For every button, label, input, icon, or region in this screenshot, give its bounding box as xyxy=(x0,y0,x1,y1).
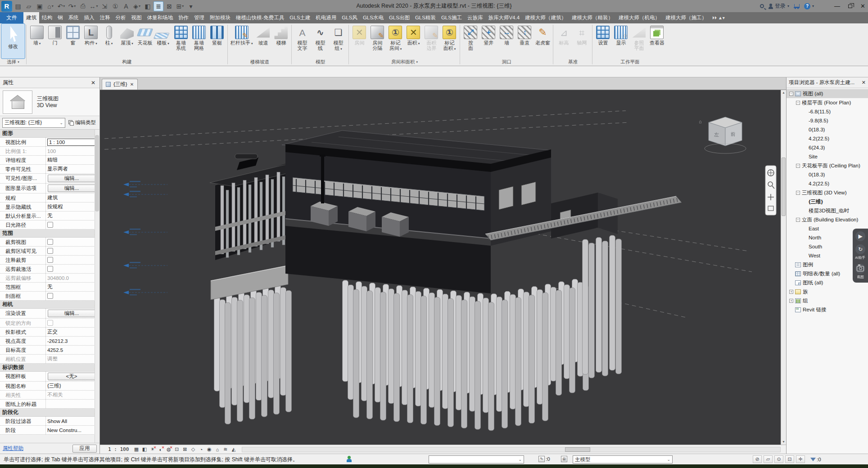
print-icon[interactable]: ⎙ xyxy=(78,1,88,11)
render-dialog-icon[interactable]: ◍✕ xyxy=(165,446,172,453)
wall-opening-button[interactable]: ↔墙 xyxy=(497,24,515,58)
property-group-标识数据[interactable]: 标识数据∧ xyxy=(0,364,99,372)
curtain-grid-button[interactable]: 幕墙网格 xyxy=(190,24,208,58)
aligned-dimension-icon[interactable]: ⇲ xyxy=(99,1,109,11)
tag-area-button[interactable]: ①标记面积 ▾ xyxy=(440,24,458,58)
tab-建模大师（施工）[interactable]: 建模大师（施工） xyxy=(663,12,710,23)
tab-建模大师（建筑）[interactable]: 建模大师（建筑） xyxy=(522,12,569,23)
restore-button[interactable] xyxy=(848,4,852,8)
canvas-horizontal-scrollbar[interactable] xyxy=(242,447,781,452)
app-button-icon[interactable]: R xyxy=(1,1,12,12)
tab-GLS精装[interactable]: GLS精装 xyxy=(412,12,439,23)
search-icon[interactable] xyxy=(760,4,764,8)
tree-item-天花板平面 (Ceiling Plan)[interactable]: −天花板平面 (Ceiling Plan) xyxy=(787,161,868,170)
modify-button[interactable]: 修改 xyxy=(1,24,25,58)
property-group-范围[interactable]: 范围∧ xyxy=(0,230,99,238)
property-group-图形[interactable]: 图形∧ xyxy=(0,130,99,138)
temporary-hide-isolate-icon[interactable]: ◔ xyxy=(197,446,205,453)
model-line-button[interactable]: ∿模型线 xyxy=(311,24,329,58)
tree-item-视图 (all)[interactable]: −视图 (all) xyxy=(787,89,868,98)
sun-path-icon[interactable]: ☀✕ xyxy=(149,446,156,453)
property-value[interactable]: 显示两者 xyxy=(46,165,99,173)
collapse-icon[interactable]: − xyxy=(796,218,800,222)
close-button[interactable]: ✕ xyxy=(860,3,865,9)
select-underlay-icon[interactable]: ▱ xyxy=(764,455,773,463)
tree-item-4.2(22.5)[interactable]: 4.2(22.5) xyxy=(787,179,868,188)
redo-icon[interactable]: ↷▾ xyxy=(67,1,77,11)
help-button[interactable]: ?▾ xyxy=(804,3,814,9)
properties-header[interactable]: 属性 ✕ xyxy=(0,77,99,88)
select-pinned-icon[interactable]: ⊙ xyxy=(774,455,783,463)
tab-管理[interactable]: 管理 xyxy=(191,12,207,23)
section-icon[interactable]: ◧ xyxy=(143,1,153,11)
window-button[interactable]: 窗 xyxy=(64,24,82,58)
room-separator-button[interactable]: ✎房间分隔 xyxy=(368,24,386,58)
view-tab-close-icon[interactable]: ✕ xyxy=(130,82,134,87)
assistant-plane-button[interactable]: ▶ xyxy=(855,231,865,241)
sign-in-button[interactable]: 登录▾ xyxy=(769,2,789,10)
project-browser-header[interactable]: 项目浏览器 - 原水泵房土建... ✕ xyxy=(787,77,868,88)
property-checkbox[interactable] xyxy=(47,239,53,245)
property-value[interactable]: 4252.5 xyxy=(46,346,99,354)
screenshot-button[interactable]: 截图 xyxy=(855,264,865,280)
tab-视图[interactable]: 视图 xyxy=(129,12,145,23)
sync-with-central-icon[interactable]: ⌂▾ xyxy=(45,1,55,11)
dormer-button[interactable]: ✎老虎窗 xyxy=(533,24,552,58)
unlocked-3d-view-icon[interactable]: ◇ xyxy=(189,446,197,453)
property-edit-button[interactable]: 编辑... xyxy=(48,184,95,192)
select-links-icon[interactable]: ⊘ xyxy=(753,455,762,463)
property-value[interactable]: 正交 xyxy=(46,328,99,336)
show-constraints-icon[interactable]: ◭ xyxy=(230,446,237,453)
property-value[interactable]: New Constru... xyxy=(46,426,99,434)
close-inactive-windows-icon[interactable]: ⊠ xyxy=(164,1,174,11)
tree-item--6.8(11.5)[interactable]: -6.8(11.5) xyxy=(787,107,868,116)
canvas-vertical-scrollbar[interactable]: ▲▼ xyxy=(781,90,786,445)
collapse-icon[interactable]: − xyxy=(796,191,800,195)
measure-icon[interactable]: ↔▾ xyxy=(89,1,99,11)
tab-建模大师（精装）[interactable]: 建模大师（精装） xyxy=(569,12,616,23)
view-tab-3d[interactable]: {三维} ✕ xyxy=(102,79,138,90)
tab-overflow-controls[interactable]: ⏵⏵ ▲▾ xyxy=(710,12,728,23)
property-edit-button[interactable]: 编辑... xyxy=(48,310,95,317)
shaft-button[interactable]: +竖井 xyxy=(479,24,497,58)
property-value[interactable]: 304800.0 xyxy=(46,274,99,282)
railing-button[interactable]: ✎栏杆扶手 ▾ xyxy=(229,24,254,58)
undo-icon[interactable]: ↶▾ xyxy=(56,1,66,11)
property-value[interactable]: 建筑 xyxy=(46,194,99,202)
area-button[interactable]: ✕面积 ▾ xyxy=(404,24,422,58)
detail-level-icon[interactable]: ▦ xyxy=(132,446,140,453)
tab-GLS水电[interactable]: GLS水电 xyxy=(360,12,386,23)
shadows-icon[interactable]: ◐✕ xyxy=(157,446,164,453)
tab-橄榄山快模-免费工具[interactable]: 橄榄山快模-免费工具 xyxy=(233,12,287,23)
column-button[interactable]: 柱 ▾ xyxy=(100,24,118,58)
property-checkbox[interactable] xyxy=(47,222,53,228)
property-value[interactable]: 调整 xyxy=(46,355,99,363)
tree-item-族[interactable]: +族 xyxy=(787,287,868,296)
property-value[interactable]: 按规程 xyxy=(46,202,99,211)
type-selector-dropdown[interactable]: 三维视图: {三维}⌄ xyxy=(2,118,65,128)
roof-button[interactable]: 屋顶 ▾ xyxy=(118,24,136,58)
properties-scrollbar[interactable] xyxy=(95,130,99,443)
property-group-相机[interactable]: 相机∧ xyxy=(0,301,99,309)
tab-协作[interactable]: 协作 xyxy=(176,12,191,23)
design-option-dropdown[interactable]: 主模型⌄ xyxy=(573,455,673,464)
design-options-icon[interactable]: ⊞ xyxy=(561,456,567,462)
tab-GLS出图[interactable]: GLS出图 xyxy=(386,12,412,23)
default-3d-view-icon[interactable]: ◈▾ xyxy=(132,1,142,11)
property-value[interactable]: -26212.3 xyxy=(46,337,99,345)
property-edit-button[interactable]: <无> xyxy=(48,373,95,380)
3d-model-view[interactable]: ⌂ 左 前 xyxy=(100,90,786,445)
property-value[interactable] xyxy=(46,400,99,408)
active-workset-dropdown[interactable]: ⌄ xyxy=(429,455,524,464)
ceiling-button[interactable]: 天花板 xyxy=(136,24,154,58)
mullion-button[interactable]: 竖梃 xyxy=(208,24,226,58)
tab-GLS施工[interactable]: GLS施工 xyxy=(439,12,465,23)
tab-钢[interactable]: 钢 xyxy=(55,12,66,23)
show-work-plane-button[interactable]: ◌显示 xyxy=(612,24,630,58)
properties-help-link[interactable]: 属性帮助 xyxy=(3,445,23,452)
component-button[interactable]: L构件 ▾ xyxy=(82,24,100,58)
property-group-阶段化[interactable]: 阶段化∧ xyxy=(0,409,99,417)
property-input[interactable]: 1 : 100 xyxy=(47,139,98,146)
expand-icon[interactable]: + xyxy=(789,290,793,294)
app-store-button[interactable] xyxy=(794,4,800,8)
